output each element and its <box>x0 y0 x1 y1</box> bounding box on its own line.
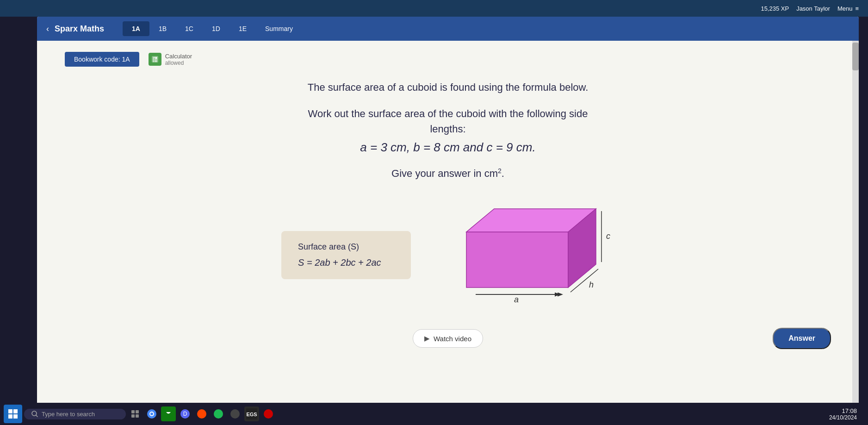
back-button[interactable]: ‹ <box>46 24 49 34</box>
calculator-info: Calculator allowed <box>149 53 192 66</box>
question-line4: a = 3 cm, b = 8 cm and c = 9 cm. <box>65 138 831 156</box>
svg-text:h: h <box>589 280 594 289</box>
taskbar: Type here to search D EGS 17:08 24/10/20… <box>0 403 868 425</box>
discord-icon[interactable]: D <box>178 406 192 421</box>
menu-button[interactable]: Menu ≡ <box>837 5 859 12</box>
svg-rect-20 <box>136 414 139 418</box>
allowed-label: allowed <box>165 60 192 66</box>
tab-summary[interactable]: Summary <box>256 21 302 36</box>
question-line1: The surface area of a cuboid is found us… <box>65 80 831 95</box>
svg-rect-13 <box>8 414 12 419</box>
question-line3: lengths: <box>65 121 831 137</box>
xp-display: 15,235 XP <box>761 5 789 12</box>
calculator-label: Calculator <box>165 53 192 60</box>
chrome-icon[interactable] <box>144 406 159 421</box>
bookwork-bar: Bookwork code: 1A Calculator allowed <box>65 52 831 67</box>
tab-1b[interactable]: 1B <box>149 21 176 36</box>
scrollbar-thumb[interactable] <box>852 43 859 70</box>
extra-icon[interactable] <box>261 406 276 421</box>
svg-text:c: c <box>606 231 610 241</box>
svg-rect-11 <box>8 409 12 413</box>
svg-rect-14 <box>13 414 18 419</box>
svg-text:EGS: EGS <box>246 412 257 417</box>
svg-point-24 <box>164 409 173 419</box>
header-nav: ‹ Sparx Maths 1A 1B 1C 1D 1E Summary <box>37 17 859 41</box>
cuboid-svg: a h c <box>439 195 614 315</box>
game-icon[interactable] <box>228 406 242 421</box>
svg-point-28 <box>214 409 223 419</box>
time-text: 17:08 <box>829 407 857 414</box>
play-icon: ▶ <box>424 334 430 343</box>
taskbar-time-display: 17:08 24/10/2024 <box>829 407 864 421</box>
topbar: 15,235 XP Jason Taylor Menu ≡ <box>0 0 868 17</box>
answer-button[interactable]: Answer <box>773 328 831 349</box>
taskbar-search-placeholder: Type here to search <box>42 411 95 418</box>
svg-point-27 <box>197 409 206 419</box>
xbox-icon[interactable] <box>161 406 176 421</box>
question-text: The surface area of a cuboid is found us… <box>65 80 831 181</box>
formula-title: Surface area (S) <box>298 242 394 252</box>
content-area: Bookwork code: 1A Calculator allowed The… <box>37 41 859 403</box>
formula-box: Surface area (S) S = 2ab + 2bc + 2ac <box>281 231 411 279</box>
watch-video-label: Watch video <box>434 335 471 343</box>
tab-1d[interactable]: 1D <box>203 21 229 36</box>
taskbar-search-bar[interactable]: Type here to search <box>24 409 126 419</box>
formula-equation: S = 2ab + 2bc + 2ac <box>298 257 394 268</box>
date-text: 24/10/2024 <box>829 414 857 421</box>
headphones-icon[interactable] <box>194 406 209 421</box>
tab-1a[interactable]: 1A <box>123 21 149 36</box>
formula-diagram-area: Surface area (S) S = 2ab + 2bc + 2ac a <box>65 195 831 315</box>
cuboid-diagram: a h c <box>439 195 614 315</box>
svg-rect-17 <box>131 410 135 413</box>
svg-line-16 <box>36 415 37 417</box>
svg-text:a: a <box>514 295 519 304</box>
svg-text:D: D <box>183 411 187 417</box>
epic-icon[interactable]: EGS <box>244 406 259 421</box>
svg-point-32 <box>264 409 273 419</box>
tab-1e[interactable]: 1E <box>229 21 256 36</box>
svg-rect-18 <box>136 410 139 413</box>
brand-title: Sparx Maths <box>55 24 104 34</box>
svg-rect-12 <box>13 409 18 413</box>
svg-point-23 <box>150 412 153 415</box>
windows-start-button[interactable] <box>4 405 22 423</box>
svg-rect-19 <box>131 414 135 418</box>
bottom-bar: ▶ Watch video Answer <box>65 329 831 348</box>
spotify-icon[interactable] <box>211 406 226 421</box>
scrollbar[interactable] <box>852 41 859 403</box>
bookwork-code-button: Bookwork code: 1A <box>65 52 139 67</box>
tab-container: 1A 1B 1C 1D 1E Summary <box>123 21 302 36</box>
svg-marker-1 <box>466 232 568 288</box>
task-view-button[interactable] <box>128 406 143 421</box>
calculator-icon <box>149 53 161 66</box>
user-display: Jason Taylor <box>796 5 830 12</box>
svg-point-29 <box>230 409 240 419</box>
watch-video-button[interactable]: ▶ Watch video <box>413 329 483 348</box>
main-wrapper: ‹ Sparx Maths 1A 1B 1C 1D 1E Summary Boo… <box>37 17 859 403</box>
question-line2: Work out the surface area of the cuboid … <box>65 106 831 121</box>
question-line5: Give your answer in cm2. <box>65 166 831 181</box>
tab-1c[interactable]: 1C <box>176 21 203 36</box>
